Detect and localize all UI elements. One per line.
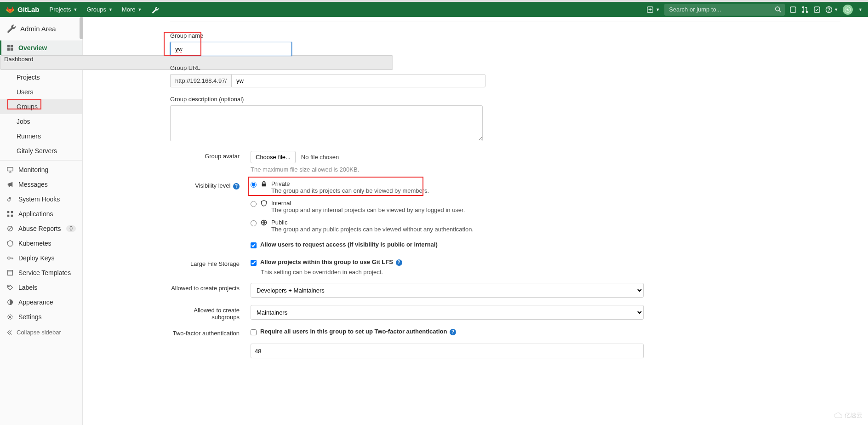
- twofa-checkbox[interactable]: [251, 329, 257, 335]
- group-url-input[interactable]: [231, 74, 485, 87]
- svg-rect-15: [7, 211, 9, 213]
- sidebar-title[interactable]: Admin Area: [0, 17, 82, 40]
- issues-icon[interactable]: [789, 6, 797, 13]
- group-name-label: Group name: [170, 32, 840, 39]
- svg-point-14: [9, 197, 11, 199]
- sidebar-sub-users[interactable]: Users: [0, 85, 82, 99]
- lfs-label: Large File Storage: [170, 258, 251, 276]
- sidebar-item-applications[interactable]: Applications: [0, 207, 82, 221]
- svg-rect-9: [7, 45, 10, 47]
- choose-file-button[interactable]: Choose file...: [251, 151, 296, 163]
- abuse-count-badge: 0: [66, 225, 76, 232]
- chevron-double-left-icon: [6, 329, 13, 336]
- top-navbar: GitLab Projects▼ Groups▼ More▼ ▼ ▼ ▼: [0, 2, 868, 17]
- visibility-private-title: Private: [271, 180, 429, 187]
- visibility-internal-radio[interactable]: [251, 201, 257, 207]
- search-icon[interactable]: [775, 6, 781, 14]
- group-url-prefix: http://192.168.4.97/: [170, 74, 231, 87]
- help-icon[interactable]: ?: [233, 183, 240, 190]
- monitor-icon: [6, 167, 14, 173]
- sidebar-item-settings[interactable]: Settings: [0, 310, 82, 324]
- svg-rect-22: [8, 270, 13, 276]
- todos-icon[interactable]: [813, 6, 821, 13]
- lfs-checkbox[interactable]: [251, 260, 257, 266]
- watermark: 亿速云: [834, 411, 862, 419]
- svg-rect-11: [7, 48, 10, 51]
- visibility-public-radio[interactable]: [251, 220, 257, 226]
- sidebar-item-deploy-keys[interactable]: Deploy Keys: [0, 251, 82, 265]
- help-icon[interactable]: ?: [396, 259, 402, 266]
- allowed-subgroups-label: Allowed to create subgroups: [170, 305, 251, 321]
- user-avatar[interactable]: [843, 5, 853, 15]
- group-url-label: Group URL: [170, 64, 840, 71]
- cloud-icon: [834, 412, 843, 419]
- shield-icon: [260, 200, 268, 207]
- collapse-sidebar[interactable]: Collapse sidebar: [0, 324, 82, 340]
- twofa-check-label: Require all users in this group to set u…: [260, 328, 456, 335]
- key-icon: [6, 255, 14, 261]
- sidebar-item-system-hooks[interactable]: System Hooks: [0, 192, 82, 207]
- sidebar-item-overview[interactable]: Overview: [0, 40, 82, 55]
- sidebar-sub-runners[interactable]: Runners: [0, 129, 82, 144]
- lock-icon: [260, 181, 268, 187]
- slash-icon: [6, 225, 14, 232]
- overview-icon: [6, 45, 14, 51]
- allowed-subgroups-select[interactable]: Maintainers: [251, 305, 644, 320]
- search-input[interactable]: [664, 4, 785, 16]
- gitlab-logo[interactable]: GitLab: [6, 5, 40, 14]
- kubernetes-icon: [6, 240, 14, 247]
- sidebar-item-messages[interactable]: Messages: [0, 177, 82, 192]
- twofa-label: Two-factor authentication: [170, 328, 251, 358]
- new-dropdown[interactable]: ▼: [647, 6, 660, 13]
- svg-rect-18: [11, 215, 13, 217]
- sidebar-item-kubernetes[interactable]: Kubernetes: [0, 236, 82, 251]
- svg-point-25: [9, 316, 11, 318]
- wrench-icon[interactable]: [151, 6, 159, 13]
- twofa-hours-input[interactable]: [251, 344, 644, 358]
- nav-groups[interactable]: Groups▼: [83, 4, 116, 15]
- sidebar-sub-groups[interactable]: Groups: [0, 99, 82, 114]
- chevron-down-icon: ▼: [656, 7, 660, 12]
- sidebar-sub-jobs[interactable]: Jobs: [0, 114, 82, 129]
- svg-rect-10: [11, 45, 13, 47]
- visibility-internal-title: Internal: [271, 200, 465, 207]
- no-file-text: No file chosen: [301, 154, 339, 161]
- help-dropdown[interactable]: ▼: [825, 6, 838, 13]
- allow-access-checkbox[interactable]: [251, 242, 257, 248]
- svg-point-21: [8, 257, 10, 259]
- sidebar-item-appearance[interactable]: Appearance: [0, 295, 82, 310]
- nav-more[interactable]: More▼: [118, 4, 146, 15]
- merge-requests-icon[interactable]: [801, 6, 809, 13]
- sidebar-item-abuse-reports[interactable]: Abuse Reports0: [0, 221, 82, 236]
- avatar-hint: The maximum file size allowed is 200KB.: [251, 166, 840, 173]
- visibility-public-desc: The group and any public projects can be…: [271, 226, 474, 233]
- allow-access-label: Allow users to request access (if visibi…: [260, 241, 438, 248]
- group-avatar-label: Group avatar: [170, 151, 251, 173]
- sidebar-item-labels[interactable]: Labels: [0, 280, 82, 295]
- plus-square-icon: [647, 6, 653, 13]
- chevron-down-icon: ▼: [858, 7, 862, 12]
- nav-projects[interactable]: Projects▼: [46, 4, 81, 15]
- sidebar-item-monitoring[interactable]: Monitoring: [0, 162, 82, 177]
- visibility-label: Visibility level ?: [170, 180, 251, 251]
- svg-rect-16: [11, 211, 13, 213]
- appearance-icon: [6, 299, 14, 305]
- brand-text: GitLab: [17, 6, 40, 13]
- allowed-projects-label: Allowed to create projects: [170, 283, 251, 298]
- label-icon: [6, 284, 14, 291]
- chevron-down-icon: ▼: [138, 7, 142, 12]
- main-content: Group name Group URL http://192.168.4.97…: [83, 17, 868, 425]
- hook-icon: [6, 196, 14, 202]
- sidebar-sub-projects[interactable]: Projects: [0, 70, 82, 85]
- allowed-projects-select[interactable]: Developers + Maintainers: [251, 283, 644, 298]
- group-desc-input[interactable]: [170, 105, 483, 141]
- group-name-input[interactable]: [170, 42, 292, 56]
- svg-rect-13: [7, 167, 13, 171]
- visibility-private-radio[interactable]: [251, 182, 257, 188]
- chevron-down-icon: ▼: [73, 7, 77, 12]
- sidebar-sub-gitaly[interactable]: Gitaly Servers: [0, 144, 82, 158]
- svg-marker-20: [7, 241, 13, 246]
- help-icon[interactable]: ?: [450, 329, 456, 335]
- sidebar-item-service-templates[interactable]: Service Templates: [0, 265, 82, 280]
- globe-icon: [260, 219, 268, 226]
